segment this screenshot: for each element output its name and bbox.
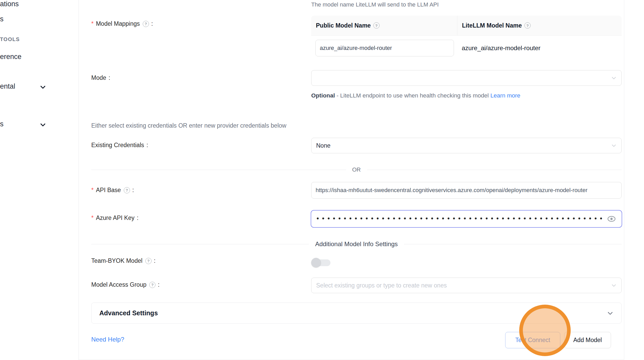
advanced-settings-title: Advanced Settings [99,309,607,317]
team-byok-toggle[interactable] [311,258,331,267]
required-asterisk: * [91,214,94,221]
model-access-group-label: Model Access Group ? : [91,281,160,288]
azure-api-key-input[interactable] [311,215,605,222]
or-divider: OR [91,166,622,173]
sidebar-item-experimental[interactable]: ental [0,82,15,90]
chevron-down-icon[interactable] [40,121,46,128]
azure-api-key-label: * Azure API Key : [91,214,139,221]
api-base-input[interactable] [311,182,622,199]
model-access-group-select[interactable]: Select existing groups or type to create… [311,278,622,293]
question-circle-icon[interactable]: ? [143,21,149,27]
chevron-down-icon [607,310,614,317]
test-connect-button[interactable]: Test Connect [505,332,560,348]
mode-select[interactable] [311,70,622,86]
sidebar-item-1[interactable]: s [0,15,4,23]
chevron-down-icon[interactable] [40,84,46,90]
eye-icon[interactable] [607,215,616,222]
mode-label: Mode: [91,74,110,81]
model-access-group-placeholder: Select existing groups or type to create… [316,282,447,289]
required-asterisk: * [91,187,94,194]
sidebar-item-settings[interactable]: s [0,120,4,128]
question-circle-icon[interactable]: ? [149,282,155,288]
existing-credentials-select[interactable]: None [311,138,622,153]
additional-settings-divider: Additional Model Info Settings [91,240,622,248]
learn-more-link[interactable]: Learn more [490,92,520,99]
sidebar-item-inference[interactable]: erence [0,53,22,61]
litellm-model-name-value: azure_ai/azure-model-router [457,44,622,52]
question-circle-icon[interactable]: ? [124,187,130,193]
team-byok-label: Team-BYOK Model ? : [91,257,155,264]
chevron-down-icon [611,143,617,148]
credentials-hint: Either select existing credentials OR en… [91,122,286,129]
public-model-name-header: Public Model Name ? [311,16,457,35]
mode-hint: Optional - LiteLLM endpoint to use when … [311,90,524,101]
sidebar-item-organizations[interactable]: ations [0,0,19,8]
question-circle-icon[interactable]: ? [145,258,152,264]
required-asterisk: * [91,20,94,27]
existing-credentials-value: None [316,142,330,149]
model-mappings-label: * Model Mappings ? : [91,20,153,27]
chevron-down-icon [611,283,617,288]
question-circle-icon[interactable]: ? [524,22,531,29]
question-circle-icon[interactable]: ? [373,22,380,29]
sidebar-section-tools: TOOLS [0,36,20,42]
sidebar: ations s TOOLS erence ental s [0,0,79,360]
model-name-hint: The model name LiteLLM will send to the … [311,1,439,8]
need-help-link[interactable]: Need Help? [91,336,124,343]
chevron-down-icon [611,75,617,81]
advanced-settings-panel[interactable]: Advanced Settings [91,303,622,324]
table-row: azure_ai/azure-model-router [311,36,622,61]
litellm-model-name-header: LiteLLM Model Name ? [457,16,622,35]
add-model-form: The model name LiteLLM will send to the … [79,0,624,360]
model-mappings-header: Public Model Name ? LiteLLM Model Name ? [311,16,622,36]
api-base-label: * API Base ? : [91,187,134,194]
public-model-name-input[interactable] [315,40,454,56]
add-model-button[interactable]: Add Model [564,332,611,348]
model-mappings-table: Public Model Name ? LiteLLM Model Name ?… [311,16,622,61]
add-model-page: ations s TOOLS erence ental s The model … [0,0,644,360]
azure-api-key-field [311,210,622,228]
existing-credentials-label: Existing Credentials: [91,142,148,149]
